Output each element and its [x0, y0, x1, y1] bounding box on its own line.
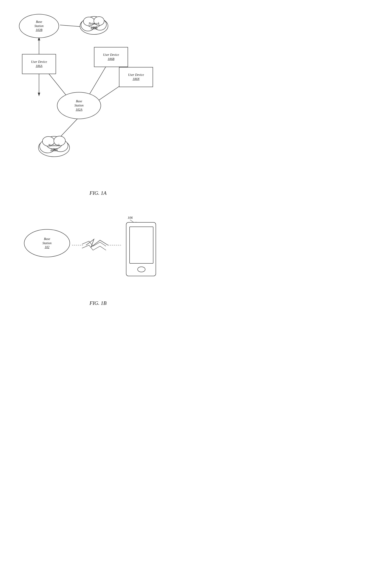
svg-text:Network: Network — [48, 143, 60, 147]
base-station-102: BaseStation102 — [24, 229, 70, 257]
base-station-102b: BaseStation102B — [19, 14, 59, 38]
network-100b: Network 100B — [76, 11, 112, 37]
user-device-106a: User Device106A — [22, 54, 56, 74]
user-device-106b: User Device106B — [94, 47, 128, 67]
fig1b-label: FIG. 1B — [8, 300, 188, 306]
user-device-106 — [126, 222, 156, 276]
fig1a-label: FIG. 1A — [8, 190, 188, 196]
svg-marker-3 — [38, 93, 40, 96]
page: BaseStation102B Network 100B — [0, 0, 196, 320]
svg-text:100A: 100A — [50, 147, 58, 151]
base-station-102a: BaseStation102A — [57, 92, 101, 119]
network-100a: Network 100A — [34, 130, 74, 159]
svg-text:100B: 100B — [90, 26, 97, 29]
fig1a-diagram: BaseStation102B Network 100B — [8, 8, 188, 188]
fig1b-diagram: BaseStation102 106 — [8, 202, 188, 298]
svg-text:Network: Network — [88, 22, 100, 25]
user-device-106n: User Device106N — [119, 67, 153, 87]
